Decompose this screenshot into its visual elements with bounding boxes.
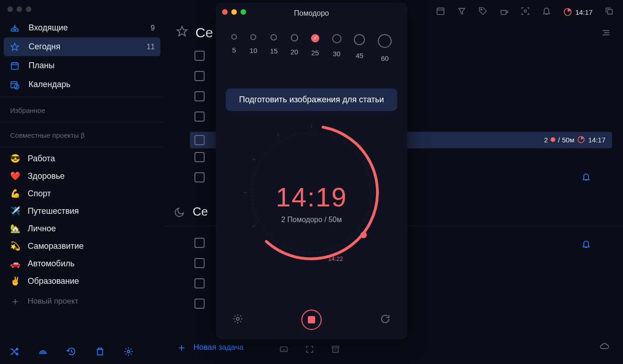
project-item-education[interactable]: ✌️Образование: [0, 272, 164, 290]
add-project-button[interactable]: ＋ Новый проект: [0, 290, 164, 313]
svg-point-7: [127, 350, 130, 353]
emoji-icon: ❤️: [10, 171, 20, 181]
moon-icon: [174, 206, 185, 217]
task-list-2: [194, 238, 205, 319]
project-item-selfdev[interactable]: 💫Саморазвитие: [0, 237, 164, 255]
history-icon[interactable]: [66, 346, 76, 358]
task-checkbox[interactable]: [194, 278, 205, 288]
svg-rect-13: [608, 10, 612, 14]
svg-line-32: [253, 225, 256, 227]
task-checkbox[interactable]: [194, 238, 205, 248]
task-checkbox[interactable]: [194, 152, 205, 162]
task-checkbox[interactable]: [194, 258, 205, 268]
sidebar-item-today[interactable]: Сегодня 11: [4, 37, 160, 56]
divider: [0, 147, 164, 147]
pomodoro-clock-badge[interactable]: 14:17: [563, 7, 593, 17]
calendar-icon[interactable]: [436, 6, 445, 18]
task-checkbox[interactable]: [194, 172, 205, 182]
pomodoro-controls: [216, 310, 407, 330]
new-task-button[interactable]: ＋ Новая задача: [176, 340, 244, 355]
menu-toggle-icon[interactable]: [601, 28, 611, 40]
duration-5[interactable]: 5: [231, 34, 237, 62]
sidebar-inbox-count: 9: [151, 24, 155, 32]
task-pomo-count: 2: [544, 136, 548, 144]
project-item-health[interactable]: ❤️Здоровье: [0, 167, 164, 185]
sidebar-favorites-header: Избранное: [0, 100, 164, 119]
duration-25-selected[interactable]: 25: [311, 34, 319, 62]
reminder-bell-icon[interactable]: [582, 172, 591, 183]
bell-icon[interactable]: [542, 6, 551, 18]
archive-icon[interactable]: [331, 345, 340, 356]
project-label: Спорт: [28, 189, 51, 199]
pomodoro-title: Помодоро: [216, 9, 407, 18]
keyboard-icon[interactable]: [279, 345, 288, 356]
pomodoro-reset-button[interactable]: [380, 313, 391, 326]
add-project-label: Новый проект: [28, 297, 78, 306]
sync-cloud-icon[interactable]: [599, 341, 609, 353]
rainbow-icon[interactable]: [38, 346, 48, 358]
duration-15[interactable]: 15: [270, 34, 278, 62]
duration-label: 20: [290, 48, 298, 56]
task-checkbox[interactable]: [194, 135, 205, 145]
task-checkbox[interactable]: [194, 71, 205, 81]
duration-10[interactable]: 10: [250, 34, 258, 62]
project-item-personal[interactable]: 🏡Личное: [0, 220, 164, 237]
pomodoro-stop-button[interactable]: [301, 310, 322, 330]
task-checkbox[interactable]: [194, 112, 205, 122]
evening-section-header[interactable]: Се: [174, 205, 208, 219]
copy-icon[interactable]: [605, 6, 614, 18]
timer-display: 14:19: [216, 182, 407, 212]
filter-icon[interactable]: [457, 6, 466, 18]
svg-rect-0: [12, 63, 18, 69]
emoji-icon: 😎: [10, 153, 20, 164]
traffic-close-icon[interactable]: [7, 6, 13, 12]
duration-selector: 5 10 15 20 25 30 45 60: [216, 34, 407, 62]
new-task-label: Новая задача: [194, 343, 244, 352]
pomodoro-window: Помодоро 5 10 15 20 25 30 45 60 Подготов…: [216, 3, 407, 339]
circle-icon: [291, 34, 298, 41]
task-total: / 50м: [558, 136, 574, 144]
stop-icon: [308, 316, 315, 323]
project-item-sport[interactable]: 💪Спорт: [0, 185, 164, 202]
project-item-travel[interactable]: ✈️Путешествия: [0, 202, 164, 220]
traffic-minimize-icon[interactable]: [17, 6, 22, 12]
section-title: Се: [193, 205, 208, 219]
svg-line-34: [253, 159, 256, 160]
reminder-bell-icon[interactable]: [582, 240, 591, 251]
traffic-maximize-icon[interactable]: [26, 6, 31, 12]
sidebar-plans-label: Планы: [29, 61, 155, 70]
bottom-toolbar: [279, 345, 340, 356]
project-item-car[interactable]: 🚗Автомобиль: [0, 255, 164, 272]
svg-line-35: [277, 134, 279, 137]
coffee-icon[interactable]: [500, 6, 509, 18]
task-list-1: [194, 51, 205, 193]
duration-60[interactable]: 60: [378, 34, 392, 62]
task-checkbox[interactable]: [194, 91, 205, 101]
sidebar-item-calendar[interactable]: Календарь: [0, 75, 164, 94]
expand-icon[interactable]: [305, 345, 314, 356]
shuffle-icon[interactable]: [9, 346, 19, 358]
sidebar-item-plans[interactable]: Планы: [0, 56, 164, 75]
sidebar-item-inbox[interactable]: Входящие 9: [0, 18, 164, 37]
sidebar-today-label: Сегодня: [29, 42, 147, 52]
gear-icon[interactable]: [123, 346, 134, 358]
duration-20[interactable]: 20: [290, 34, 298, 62]
timer-end-time: 14:22: [328, 255, 343, 262]
task-checkbox[interactable]: [194, 51, 205, 61]
project-item-work[interactable]: 😎Работа: [0, 150, 164, 167]
sidebar-inbox-label: Входящие: [29, 23, 151, 33]
pomodoro-settings-button[interactable]: [232, 313, 243, 326]
duration-45[interactable]: 45: [354, 34, 365, 62]
task-checkbox[interactable]: [194, 299, 205, 309]
plus-icon: ＋: [10, 294, 20, 308]
trash-icon[interactable]: [95, 346, 105, 358]
current-task-chip[interactable]: Подготовить изображения для статьи: [226, 88, 397, 111]
duration-label: 60: [381, 54, 389, 62]
duration-30[interactable]: 30: [332, 34, 341, 62]
tag-icon[interactable]: [478, 6, 488, 18]
scan-icon[interactable]: [521, 6, 530, 18]
divider: [0, 122, 164, 122]
sidebar: Входящие 9 Сегодня 11 Планы Календарь Из…: [0, 18, 164, 341]
star-outline-icon[interactable]: [176, 25, 188, 41]
project-label: Саморазвитие: [28, 241, 84, 251]
